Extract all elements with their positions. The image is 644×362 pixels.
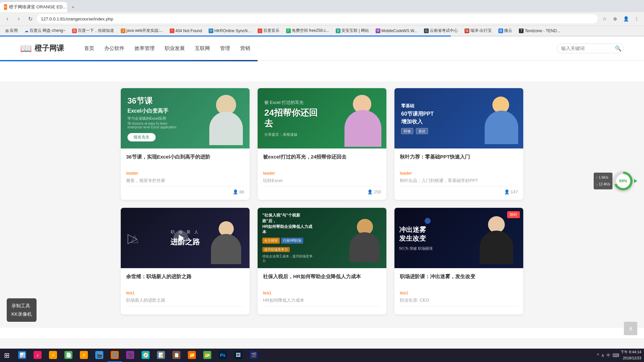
course-desc-5: HR如何降低人力成本	[263, 297, 381, 303]
course-info-5: 社保入税后，HR如何帮助企业降低人力成本 tea1 HR如何降低人力成本	[258, 268, 386, 314]
bookmark-icon: 安	[336, 28, 340, 33]
nav-efficiency[interactable]: 效率管理	[135, 44, 155, 53]
course-grid: 36节课 Excel小白变高手 学习企业级的Excel应用 36 lessons…	[121, 88, 523, 314]
course-desc-4: 职场新人的进阶之路	[126, 297, 244, 303]
new-tab-btn[interactable]: +	[68, 2, 78, 12]
extensions-btn[interactable]: ⊕	[610, 14, 620, 23]
bookmark-free258[interactable]: F 免费空间 free258.c...	[283, 27, 332, 34]
bookmark-java[interactable]: J java web开发实战:...	[118, 27, 166, 34]
course-thumbnail-4: ▷ △ 职 场 新 人 进阶之路	[121, 208, 250, 268]
course-card-5[interactable]: "社保入税"与"个税新政"后，HR如何帮助企业降低人力成本 全文精讲 行政HR职…	[258, 208, 386, 314]
course-title-6: 职场进阶课：冲出迷雾，发生改变	[400, 273, 518, 288]
progress-circle[interactable]: 69%	[614, 172, 633, 190]
bookmark-btn[interactable]: ☆	[600, 14, 609, 23]
bookmark-label: MobileCodeWS W...	[381, 28, 417, 33]
course-title-5: 社保入税后，HR如何帮助企业降低人力成本	[263, 273, 381, 288]
thumb-4-label: 职 场 新 人	[170, 229, 200, 235]
logo-icon: 📖	[20, 43, 32, 54]
course-card-3[interactable]: 零基础 60节课用PPT增加收入 研修 喜好 秋叶力荐：零基础PPT快速入门 l…	[394, 88, 523, 200]
course-thumbnail-3: 零基础 60节课用PPT增加收入 研修 喜好	[394, 88, 523, 148]
tab-bar: 橙 橙子网络课堂 ORANGE ED... ✕ +	[0, 0, 644, 12]
browser-actions: ☆ ⊕ 👤 ⋮	[600, 14, 641, 23]
course-card-2[interactable]: 被 Excel 打过的耳光 24招帮你还回去 分享嘉宾：表格迷妹 被excel打…	[258, 88, 386, 200]
course-count-1: 👤 88	[233, 189, 244, 194]
course-author-4[interactable]: tea1	[126, 290, 244, 295]
thumb-3-label1: 零基础	[401, 103, 434, 109]
bookmark-icon: F	[286, 28, 291, 33]
tab-favicon: 橙	[4, 4, 7, 10]
course-author-3[interactable]: leader	[400, 171, 518, 176]
thumb-3-title: 60节课用PPT增加收入	[401, 110, 434, 125]
thumb-2-title: 24招帮你还回去	[264, 108, 318, 128]
bookmark-hkr[interactable]: H HKROnline SyncN...	[206, 28, 254, 34]
record-tool[interactable]: 录制工具 KK录像机	[7, 298, 37, 322]
bookmark-weiyun[interactable]: 微 微云	[496, 27, 515, 34]
course-author-6[interactable]: tea1	[400, 290, 518, 295]
menu-btn[interactable]: ⋮	[632, 14, 641, 23]
bookmark-label: 安安互联 | 网站	[341, 28, 369, 34]
bookmark-icon: 云	[424, 28, 429, 33]
nav-home[interactable]: 首页	[84, 44, 94, 53]
back-btn[interactable]: ‹	[3, 14, 12, 23]
course-footer-6	[400, 306, 518, 309]
course-card-1[interactable]: 36节课 Excel小白变高手 学习企业级的Excel应用 36 lessons…	[121, 88, 250, 200]
bookmark-apps[interactable]: ⊞ 应用	[3, 27, 20, 34]
active-tab[interactable]: 橙 橙子网络课堂 ORANGE ED... ✕	[0, 2, 67, 12]
course-count-2: 👤 150	[367, 189, 381, 194]
course-title-2: 被excel打过的耳光，24招帮你还回去	[263, 153, 381, 168]
bookmark-apps-label: 应用	[10, 28, 18, 34]
address-input[interactable]	[37, 14, 598, 23]
count-icon: 👤	[504, 189, 511, 194]
course-desc-1: 雅客，领英专栏作家	[126, 178, 244, 184]
bookmark-icon: 微	[498, 28, 503, 33]
expand-btn[interactable]	[634, 179, 637, 183]
bookmark-baidu[interactable]: 百 百度一下，你就知道	[69, 27, 117, 34]
bookmarks-bar: ⊞ 应用 ☁ 百度云 网盘-cheng~ 百 百度一下，你就知道 J java …	[0, 25, 644, 36]
course-info-4: 余世维：职场新人的进阶之路 tea1 职场新人的进阶之路	[121, 268, 250, 314]
course-author-5[interactable]: tea1	[263, 290, 381, 295]
bookmark-ruize[interactable]: 瑞 瑞泽-出行宝	[462, 27, 494, 34]
bookmark-label: 云南省考试中心	[430, 28, 458, 34]
logo[interactable]: 📖 橙子网课	[20, 43, 64, 54]
nav-marketing[interactable]: 营销	[240, 44, 250, 53]
website: 📖 橙子网课 首页 办公软件 效率管理 职业发展 互联网 管理 营销 🔍	[0, 37, 644, 338]
refresh-btn[interactable]: ↻	[25, 14, 35, 23]
thumb-3-tags: 研修 喜好	[401, 128, 434, 134]
back-to-top-btn[interactable]: ∧	[624, 322, 637, 335]
bookmark-tendzone[interactable]: T Tendzone - TEND...	[516, 28, 562, 34]
forward-btn[interactable]: ›	[14, 14, 23, 23]
course-footer-4	[126, 306, 244, 309]
bookmark-label: 微云	[504, 28, 512, 34]
bookmark-label: 百度音乐	[263, 28, 279, 34]
course-info-2: 被excel打过的耳光，24招帮你还回去 leader 玩转Excel 👤 15…	[258, 148, 386, 200]
nav-internet[interactable]: 互联网	[195, 44, 210, 53]
thumb-1-desc: 学习企业级的Excel应用	[127, 116, 176, 121]
speed-display: ↑ 1.5K/s ↓ 12.4K/s	[594, 173, 612, 189]
bookmark-baidu-cloud[interactable]: ☁ 百度云 网盘-cheng~	[22, 27, 68, 34]
bookmark-label: 404 Not Found	[175, 28, 202, 33]
search-btn[interactable]: 🔍	[615, 45, 622, 52]
course-card-6[interactable]: 限时 冲出迷雾发生改变 5行为 突破 职场困境	[394, 208, 523, 314]
course-author-2[interactable]: leader	[263, 171, 381, 176]
progress-widget: ↑ 1.5K/s ↓ 12.4K/s 69%	[594, 172, 637, 190]
course-author-1[interactable]: leader	[126, 171, 244, 176]
nav-career[interactable]: 职业发展	[165, 44, 185, 53]
course-card-4[interactable]: ▷ △ 职 场 新 人 进阶之路	[121, 208, 250, 314]
course-info-1: 36节课，实现Excel小白到高手的进阶 leader 雅客，领英专栏作家 👤 …	[121, 148, 250, 200]
bookmark-mobile[interactable]: M MobileCodeWS W...	[373, 28, 420, 34]
thumb-1-btn[interactable]: 报名先生	[127, 133, 156, 141]
address-bar-row: ‹ › ↻ ☆ ⊕ 👤 ⋮	[0, 12, 644, 25]
bookmark-label: java web开发实战:...	[126, 28, 163, 34]
profile-btn[interactable]: 👤	[621, 14, 631, 23]
bookmark-anan[interactable]: 安 安安互联 | 网站	[333, 27, 372, 34]
search-input[interactable]	[561, 46, 615, 51]
nav-office[interactable]: 办公软件	[104, 44, 124, 53]
bookmark-music[interactable]: ♪ 百度音乐	[255, 27, 282, 34]
thumb-5-tags: 全文精讲 行政HR职场	[262, 238, 313, 244]
thumb-5-extra: 提升职场竞争力	[262, 246, 313, 252]
course-desc-3: 秋叶出品：入门到精通，零基础学好PPT	[400, 178, 518, 184]
bookmark-yunnan[interactable]: 云 云南省考试中心	[421, 27, 461, 34]
thumb-6-sub: 5行为 突破 职场困境	[399, 246, 433, 251]
nav-management[interactable]: 管理	[220, 44, 230, 53]
bookmark-404[interactable]: ! 404 Not Found	[167, 28, 205, 34]
